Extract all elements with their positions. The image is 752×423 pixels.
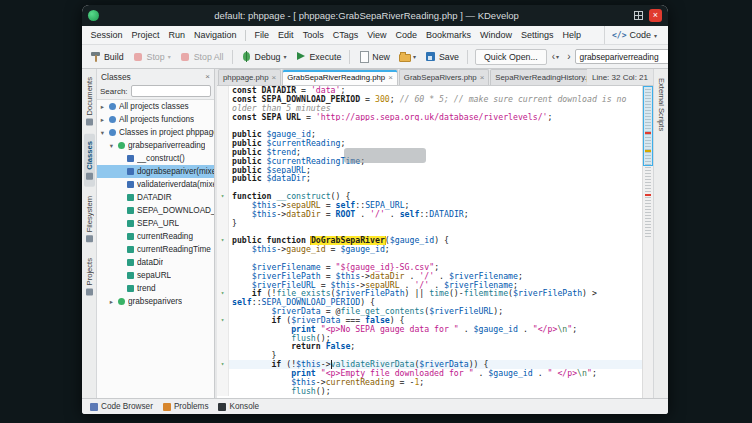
tree-item-grabseparivers[interactable]: ▸grabseparivers [97, 295, 214, 308]
code-line[interactable]: } [217, 351, 642, 360]
quick-open-button[interactable]: Quick Open... [475, 49, 547, 65]
window-layout-icon[interactable] [634, 11, 643, 20]
code-line[interactable] [217, 228, 642, 237]
editor-minimap-scrollbar[interactable] [642, 86, 653, 398]
menu-item-session[interactable]: Session [86, 26, 127, 45]
code-line[interactable]: flush(); [217, 334, 642, 343]
toolbar-button-execute[interactable]: Execute [291, 49, 345, 64]
code-line[interactable] [217, 121, 642, 130]
expander-icon[interactable]: ▾ [108, 142, 115, 150]
code-line[interactable]: flush(); [217, 387, 642, 396]
tree-item-grabsepariverreading[interactable]: ▾grabsepariverreading [97, 139, 214, 152]
fold-marker[interactable]: ▾ [217, 289, 229, 298]
menu-item-project[interactable]: Project [127, 26, 164, 45]
toolbar-search[interactable]: grabsepariverreading [575, 49, 668, 64]
code-line[interactable]: return False; [217, 342, 642, 351]
tab-documents[interactable]: Documents [84, 70, 95, 132]
fold-marker[interactable]: ▾ [217, 192, 229, 201]
expander-icon[interactable]: ▸ [99, 103, 106, 111]
code-line[interactable] [217, 254, 642, 263]
tab-close-icon[interactable]: × [388, 73, 393, 82]
code-line[interactable]: const SEPA_DOWNLOAD_PERIOD = 300; // 60 … [217, 95, 642, 104]
tab-filesystem[interactable]: Filesystem [84, 189, 95, 249]
code-line[interactable]: } [217, 219, 642, 228]
tree-item-sepa-download-period[interactable]: SEPA_DOWNLOAD_PERIOD [97, 204, 214, 217]
menu-item-file[interactable]: File [250, 26, 274, 45]
code-line[interactable]: public $gauge_id; [217, 130, 642, 139]
tab-classes[interactable]: Classes [84, 134, 95, 187]
code-line[interactable]: const SEPA_URL = 'http://apps.sepa.org.u… [217, 113, 642, 122]
code-line[interactable]: older than 5 minutes [217, 104, 642, 113]
menu-item-code[interactable]: Code [391, 26, 422, 45]
code-line[interactable]: ▾public function DoGrabSepaRiver($gauge_… [217, 236, 642, 245]
toolbar-button-new[interactable]: New [354, 49, 394, 64]
editor-tab-grabseparivers-php[interactable]: GrabSepaRivers.php× [399, 69, 489, 85]
code-line[interactable]: $this->sepaURL = self::SEPA_URL; [217, 201, 642, 210]
code-line[interactable]: $riverData = @file_get_contents($riverFi… [217, 307, 642, 316]
classes-search-input[interactable] [131, 85, 211, 97]
toolbar-button-save[interactable]: Save [421, 49, 463, 64]
toolbar-button-debug[interactable]: Debug▾ [237, 49, 291, 64]
tab-close-icon[interactable]: × [480, 73, 485, 82]
code-area-button[interactable]: </> Code ▾ [604, 26, 664, 44]
panel-close-icon[interactable]: × [205, 72, 210, 81]
toolview-button-konsole[interactable]: Konsole [214, 401, 263, 412]
tree-item-classes-in-project-phppage[interactable]: ▾Classes in project phppage [97, 126, 214, 139]
tree-item-datadir[interactable]: dataDir [97, 256, 214, 269]
search-input[interactable]: grabsepariverreading [579, 52, 668, 62]
tree-item-dograbsepariver-mixed[interactable]: dograbsepariver(mixed) [97, 165, 214, 178]
tree-item-trend[interactable]: trend [97, 282, 214, 295]
tab-external-scripts[interactable]: External Scripts [656, 71, 667, 138]
code-line[interactable]: $riverFilename = "${gauge_id}-SG.csv"; [217, 263, 642, 272]
code-line[interactable]: ▾ if (!$this->validateRiverData($riverDa… [217, 360, 642, 369]
fold-marker[interactable]: ▾ [217, 316, 229, 325]
expander-icon[interactable]: ▾ [99, 129, 106, 137]
editor-tab-separiverreadinghistory-php[interactable]: SepaRiverReadingHistory.php× [490, 69, 587, 85]
code-line[interactable]: ▾ if ($riverData === false) { [217, 316, 642, 325]
history-back-button[interactable]: ‹▾ [549, 50, 562, 63]
menu-item-edit[interactable]: Edit [274, 26, 299, 45]
toolbar-button-stop-all[interactable]: Stop All [176, 49, 228, 64]
code-line[interactable]: public $currentReading; [217, 139, 642, 148]
code-line[interactable]: public $dataDir; [217, 174, 642, 183]
menu-item-settings[interactable]: Settings [517, 26, 559, 45]
code-line[interactable]: $riverFileURL = $this->sepaURL . '/' . $… [217, 281, 642, 290]
code-line[interactable]: $this->dataDir = ROOT . '/' . self::DATA… [217, 210, 642, 219]
tree-item-currentreading[interactable]: currentReading [97, 230, 214, 243]
code-line[interactable]: public $trend; [217, 148, 642, 157]
window-close-button[interactable]: × [649, 9, 662, 22]
code-line[interactable]: ▾function __construct() { [217, 192, 642, 201]
code-line[interactable] [217, 183, 642, 192]
tree-item-datadir[interactable]: DATADIR [97, 191, 214, 204]
code-line[interactable]: const DATADIR = 'data'; [217, 86, 642, 95]
code-line[interactable]: print "<p>No SEPA gauge data for " . $ga… [217, 325, 642, 334]
code-line[interactable]: print "<p>Empty file downloaded for " . … [217, 369, 642, 378]
code-editor[interactable]: const DATADIR = 'data';const SEPA_DOWNLO… [217, 86, 653, 398]
editor-tab-grabsepariverreading-php[interactable]: GrabSepaRiverReading.php× [282, 69, 398, 85]
toolview-button-problems[interactable]: Problems [159, 401, 213, 412]
code-line[interactable]: $this->currentReading = -1; [217, 378, 642, 387]
code-line[interactable]: self::SEPA_DOWNLOAD_PERIOD) { [217, 298, 642, 307]
fold-marker[interactable]: ▾ [217, 360, 229, 369]
code-line[interactable]: $this->gauge_id = $gauge_id; [217, 245, 642, 254]
tab-projects[interactable]: Projects [84, 251, 95, 302]
code-line[interactable]: public $currentReadingTime; [217, 157, 642, 166]
menu-item-tools[interactable]: Tools [298, 26, 328, 45]
title-bar[interactable]: default: phppage - [ phppage:GrabSepaRiv… [82, 5, 668, 26]
code-line[interactable]: ▾ if (!file_exists($riverFilePath) || ti… [217, 289, 642, 298]
menu-item-window[interactable]: Window [476, 26, 517, 45]
menu-item-navigation[interactable]: Navigation [190, 26, 242, 45]
tree-item-construct[interactable]: __construct() [97, 152, 214, 165]
menu-item-help[interactable]: Help [558, 26, 586, 45]
code-line[interactable]: public $sepaURL; [217, 166, 642, 175]
minimap-viewport[interactable] [643, 86, 653, 166]
toolview-button-code-browser[interactable]: Code Browser [86, 401, 157, 412]
menu-item-run[interactable]: Run [164, 26, 190, 45]
expander-icon[interactable]: ▸ [99, 116, 106, 124]
expander-icon[interactable]: ▸ [108, 298, 115, 306]
fold-marker[interactable]: ▾ [217, 236, 229, 245]
tree-item-all-projects-classes[interactable]: ▸All projects classes [97, 100, 214, 113]
menu-item-view[interactable]: View [363, 26, 391, 45]
tree-item-all-projects-functions[interactable]: ▸All projects functions [97, 113, 214, 126]
editor-tab-phppage-php[interactable]: phppage.php× [218, 69, 281, 85]
